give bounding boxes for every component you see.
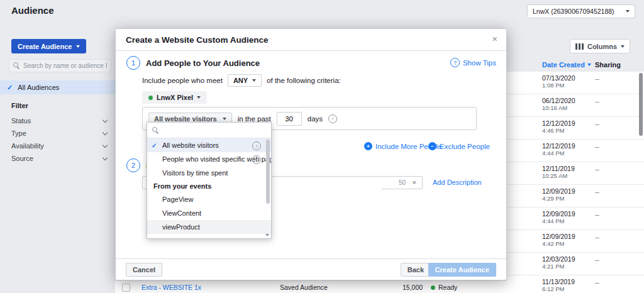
- dropdown-item-label: PageView: [162, 196, 193, 203]
- row-date: 12/12/2019: [542, 119, 644, 127]
- dropdown-item-viewproduct[interactable]: viewProduct: [147, 220, 271, 234]
- pixel-selector[interactable]: LnwX Pixel: [142, 91, 207, 104]
- any-all-dropdown[interactable]: ANY: [228, 74, 262, 87]
- filter-status-label: Status: [11, 117, 31, 124]
- row-time: 10:16 AM: [542, 104, 644, 111]
- row-date: 12/09/2019: [542, 233, 644, 240]
- visitors-dropdown-label: All website visitors: [154, 115, 217, 123]
- days-label: days: [308, 115, 323, 123]
- dropdown-item-visitors-by-time-spent[interactable]: Visitors by time spent: [147, 166, 271, 180]
- column-header-sharing: Sharing: [595, 61, 621, 69]
- days-input[interactable]: [277, 112, 302, 126]
- status-label: Ready: [438, 281, 457, 293]
- row-time: 1:08 PM: [542, 82, 644, 89]
- ads-manager-audience-page: Audience LnwX (2639006709452188) Create …: [0, 0, 644, 293]
- row-date: 12/09/2019: [542, 187, 644, 195]
- row-checkbox[interactable]: [122, 284, 130, 292]
- table-row[interactable]: 12/09/2019 4:42 PM --: [507, 230, 644, 253]
- account-selector-label: LnwX (2639006709452188): [533, 8, 614, 15]
- plus-icon: +: [364, 142, 372, 150]
- audience-search-input[interactable]: Search by name or audience ID: [9, 59, 111, 72]
- info-icon[interactable]: i: [328, 114, 337, 123]
- chevron-down-icon: [626, 10, 630, 13]
- audience-size: 15,000: [402, 281, 423, 293]
- add-description-link[interactable]: Add Description: [433, 179, 482, 186]
- create-audience-label: Create Audience: [18, 43, 72, 50]
- table-row[interactable]: 11/13/2019 6:12 PM Last edited 11/14/201…: [507, 275, 644, 293]
- audience-table: 07/13/2020 1:08 PM -- 06/12/2020 10:16 A…: [507, 72, 644, 293]
- dropdown-item-all-website-visitors[interactable]: ✓ All website visitors i: [147, 138, 271, 152]
- chevron-down-icon: [103, 117, 108, 122]
- row-time: 10:25 AM: [542, 172, 644, 179]
- table-row[interactable]: 12/03/2019 4:21 PM --: [507, 253, 644, 275]
- table-row[interactable]: 12/09/2019 4:44 PM --: [507, 207, 644, 230]
- back-button[interactable]: Back: [401, 263, 431, 277]
- dropdown-item-label: viewProduct: [162, 223, 200, 231]
- sidebar-item-all-audiences[interactable]: ✓ All Audiences: [0, 80, 115, 94]
- chevron-down-icon: [197, 96, 201, 99]
- exclude-people-link[interactable]: − Exclude People: [428, 142, 490, 150]
- table-row[interactable]: 12/11/2019 10:25 AM --: [507, 162, 644, 185]
- table-row[interactable]: 12/12/2019 4:46 PM --: [507, 117, 644, 140]
- account-selector[interactable]: LnwX (2639006709452188): [527, 4, 635, 18]
- row-time: 4:44 PM: [542, 218, 644, 224]
- show-tips-link[interactable]: ? Show Tips: [450, 58, 496, 67]
- table-row[interactable]: Extra - WEBSITE 1x Saved Audience 15,000…: [115, 280, 507, 293]
- filter-availability[interactable]: Availability: [11, 142, 107, 150]
- row-time: 4:44 PM: [542, 150, 644, 157]
- audience-name-link[interactable]: Extra - WEBSITE 1x: [142, 281, 201, 293]
- include-criteria-row: Include people who meet ANY of the follo…: [142, 74, 341, 87]
- filter-source[interactable]: Source: [11, 155, 107, 162]
- modal-header: Create a Website Custom Audience: [116, 29, 506, 51]
- row-date: 12/12/2019: [542, 142, 644, 150]
- modal-title: Create a Website Custom Audience: [126, 35, 269, 45]
- column-header-date-created[interactable]: Date Created: [542, 61, 591, 69]
- table-row[interactable]: 07/13/2020 1:08 PM --: [507, 72, 644, 94]
- any-label: ANY: [233, 77, 248, 84]
- create-audience-submit-button[interactable]: Create Audience: [428, 263, 496, 277]
- minus-icon: −: [428, 142, 436, 150]
- info-icon[interactable]: i: [252, 155, 261, 164]
- table-row[interactable]: 12/09/2019 4:29 PM --: [507, 185, 644, 207]
- cancel-button[interactable]: Cancel: [126, 263, 162, 277]
- check-icon: ✓: [152, 142, 157, 149]
- pixel-active-icon: [148, 96, 153, 100]
- row-sharing: --: [595, 120, 599, 128]
- include-prefix: Include people who meet: [142, 77, 223, 84]
- search-icon: [152, 127, 159, 134]
- dropdown-item-label: All website visitors: [162, 141, 219, 149]
- step-1: 1 Add People to Your Audience: [126, 56, 260, 70]
- row-date: 07/13/2020: [542, 74, 644, 82]
- dropdown-item-specific-web-pages[interactable]: People who visited specific web pages i: [147, 152, 271, 166]
- page-vertical-scrollbar[interactable]: [639, 73, 643, 136]
- tips-icon: ?: [450, 58, 460, 67]
- page-title: Audience: [11, 5, 54, 16]
- create-audience-button[interactable]: Create Audience: [11, 39, 86, 53]
- table-row[interactable]: 12/12/2019 4:44 PM --: [507, 140, 644, 162]
- audience-status: Ready: [431, 281, 457, 293]
- row-sharing: --: [595, 279, 599, 286]
- columns-button[interactable]: Columns: [570, 39, 630, 53]
- dropdown-item-viewcontent[interactable]: ViewContent: [147, 206, 271, 220]
- row-sharing: --: [595, 188, 599, 196]
- row-date: 11/13/2019: [542, 278, 644, 285]
- visitors-dropdown-panel: ✓ All website visitors i People who visi…: [147, 122, 272, 239]
- filter-status[interactable]: Status: [11, 117, 107, 124]
- dropdown-item-label: ViewContent: [162, 209, 201, 217]
- dropdown-search-input[interactable]: [147, 123, 271, 138]
- row-sharing: --: [595, 256, 599, 263]
- all-audiences-label: All Audiences: [18, 84, 59, 91]
- dropdown-section-from-your-events: From your events: [147, 180, 271, 192]
- dropdown-scrollbar[interactable]: [266, 140, 270, 204]
- dropdown-item-label: Visitors by time spent: [162, 169, 228, 177]
- row-date: 12/09/2019: [542, 210, 644, 218]
- scroll-down-icon[interactable]: [265, 234, 269, 236]
- dropdown-item-pageview[interactable]: PageView: [147, 192, 271, 206]
- clear-icon[interactable]: ×: [413, 179, 416, 186]
- info-icon[interactable]: i: [252, 141, 261, 150]
- columns-label: Columns: [587, 43, 617, 50]
- filter-type[interactable]: Type: [11, 130, 107, 137]
- table-row[interactable]: 06/12/2020 10:16 AM --: [507, 94, 644, 117]
- close-icon[interactable]: ×: [492, 34, 497, 43]
- row-sharing: --: [595, 165, 599, 173]
